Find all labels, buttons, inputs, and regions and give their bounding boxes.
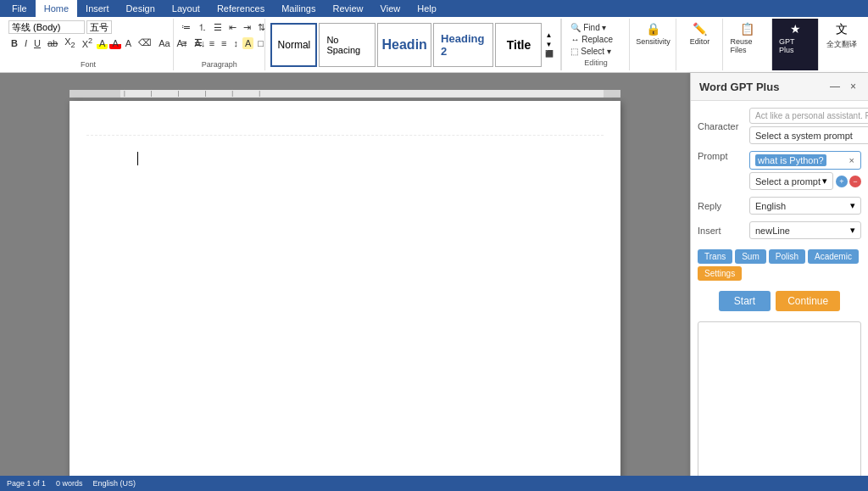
multilevel-list-button[interactable]: ☰ — [211, 21, 225, 34]
continue-button[interactable]: Continue — [776, 291, 840, 311]
reuse-files-group[interactable]: 📋 Reuse Files — [722, 19, 771, 70]
font-group: B I U ab X2 X2 A A A ⌫ Aa A↑ A↓ Font — [3, 19, 174, 70]
start-button[interactable]: Start — [719, 291, 771, 311]
insert-label: Insert — [698, 226, 744, 236]
insert-row: Insert newLine ▾ — [698, 221, 861, 239]
style-title[interactable]: Title — [495, 23, 542, 67]
tab-layout[interactable]: Layout — [164, 0, 209, 17]
tab-view[interactable]: View — [372, 0, 409, 17]
italic-button[interactable]: I — [22, 37, 30, 49]
editing-group: 🔍 Find ▾ ↔ Replace ⬚ Select ▾ Editing — [561, 19, 629, 70]
tab-help[interactable]: Help — [409, 0, 445, 17]
translate-label: 全文翻译 — [826, 39, 857, 50]
line-spacing-button[interactable]: ↕ — [231, 37, 242, 49]
reply-label: Reply — [698, 201, 744, 211]
style-heading1-text: Headin — [382, 37, 427, 53]
clear-formatting-button[interactable]: ⌫ — [136, 36, 154, 49]
right-groups: 🔍 Find ▾ ↔ Replace ⬚ Select ▾ Editing 🔒 … — [561, 19, 865, 70]
reply-chevron: ▾ — [850, 200, 855, 211]
tab-references[interactable]: References — [209, 0, 273, 17]
bullets-button[interactable]: ≔ — [179, 21, 193, 34]
tab-file[interactable]: File — [3, 0, 36, 17]
superscript-button[interactable]: X2 — [80, 36, 95, 50]
align-left-button[interactable]: ≡ — [179, 37, 189, 49]
status-bar: Page 1 of 1 0 words English (US) — [0, 476, 868, 491]
numbering-button[interactable]: ⒈ — [195, 20, 209, 35]
sum-button[interactable]: Sum — [735, 249, 766, 264]
replace-button[interactable]: ↔ Replace — [567, 34, 624, 45]
text-effects-button[interactable]: A — [123, 37, 134, 49]
character-input: Act like a personal assistant. Reply in … — [749, 108, 868, 124]
style-no-spacing[interactable]: No Spacing — [319, 23, 376, 67]
document-page[interactable] — [70, 101, 620, 491]
panel-close-button[interactable]: × — [847, 80, 860, 93]
change-case-button[interactable]: Aa — [156, 37, 172, 49]
tab-home[interactable]: Home — [36, 0, 77, 17]
style-heading1[interactable]: Headin — [377, 23, 431, 67]
language: English (US) — [93, 479, 136, 488]
output-area — [698, 321, 861, 488]
select-button[interactable]: ⬚ Select ▾ — [567, 46, 624, 57]
style-no-spacing-text: No Spacing — [326, 35, 368, 55]
prompt-dropdown[interactable]: Select a prompt ▾ — [749, 172, 833, 190]
styles-arrow[interactable]: ▲ ▼ ⬛ — [543, 30, 555, 59]
align-center-button[interactable]: ☰ — [192, 36, 205, 49]
main-area: |||||| Word GPT Plus — × — [0, 73, 868, 491]
prompt-clear-button[interactable]: × — [849, 154, 855, 166]
subscript-button[interactable]: X2 — [62, 36, 77, 50]
style-normal[interactable]: Normal — [270, 23, 317, 67]
decrease-indent-button[interactable]: ⇤ — [226, 21, 239, 34]
font-size-input[interactable] — [86, 20, 112, 34]
bold-button[interactable]: B — [8, 37, 20, 49]
panel-controls: — × — [826, 80, 860, 93]
style-heading2[interactable]: Heading 2 — [433, 23, 493, 67]
borders-button[interactable]: □ — [255, 37, 266, 49]
paragraph-group-label: Paragraph — [179, 59, 259, 69]
tab-review[interactable]: Review — [325, 0, 372, 17]
action-buttons: Trans Sum Polish Academic Settings — [698, 249, 861, 281]
prompt-remove-button[interactable]: − — [849, 176, 861, 187]
font-group-label: Font — [8, 59, 168, 69]
ruler: |||||| — [70, 90, 620, 98]
system-prompt-text: Select a system prompt — [755, 131, 853, 141]
panel-minimize-button[interactable]: — — [826, 80, 843, 93]
system-prompt-dropdown[interactable]: Select a system prompt ▾ — [749, 126, 868, 144]
sensitivity-group[interactable]: 🔒 Sensitivity — [629, 19, 676, 70]
prompt-chevron: ▾ — [822, 176, 827, 187]
prompt-add-button[interactable]: + — [836, 176, 848, 187]
tab-design[interactable]: Design — [118, 0, 164, 17]
underline-button[interactable]: U — [31, 37, 43, 49]
word-count: 0 words — [56, 479, 83, 488]
polish-button[interactable]: Polish — [769, 249, 805, 264]
text-highlight-button[interactable]: A — [97, 37, 108, 49]
reuse-files-label: Reuse Files — [730, 37, 765, 54]
prompt-row: Prompt what is Python? × Select a prompt… — [698, 151, 861, 190]
prompt-input-highlighted: what is Python? — [755, 154, 826, 166]
insert-dropdown[interactable]: newLine ▾ — [749, 221, 861, 239]
align-right-button[interactable]: ≡ — [207, 37, 217, 49]
academic-button[interactable]: Academic — [808, 249, 859, 264]
editor-icon: ✏️ — [693, 22, 707, 36]
find-button[interactable]: 🔍 Find ▾ — [567, 22, 624, 33]
gpt-group[interactable]: ★ GPT Plus — [771, 19, 818, 70]
font-name-input[interactable] — [8, 20, 85, 34]
trans-button[interactable]: Trans — [698, 249, 732, 264]
text-cursor — [137, 152, 138, 165]
tab-mailings[interactable]: Mailings — [273, 0, 324, 17]
styles-group: Normal No Spacing Headin Heading 2 Title… — [265, 19, 561, 70]
tab-insert[interactable]: Insert — [77, 0, 118, 17]
translate-icon: 文 — [836, 22, 848, 37]
strikethrough-button[interactable]: ab — [45, 37, 60, 49]
increase-indent-button[interactable]: ⇥ — [241, 21, 253, 34]
character-row: Character Act like a personal assistant.… — [698, 108, 861, 144]
styles-down-arrow: ▼ — [545, 41, 554, 48]
justify-button[interactable]: ≡ — [219, 37, 229, 49]
reply-dropdown[interactable]: English ▾ — [749, 197, 861, 215]
settings-button[interactable]: Settings — [698, 266, 742, 281]
document-area: |||||| — [0, 73, 690, 491]
gpt-label: GPT Plus — [779, 37, 811, 54]
shading-button[interactable]: A — [242, 37, 253, 49]
editor-group[interactable]: ✏️ Editor — [676, 19, 722, 70]
font-color-button[interactable]: A — [109, 37, 120, 49]
translate-group[interactable]: 文 全文翻译 — [818, 19, 865, 70]
